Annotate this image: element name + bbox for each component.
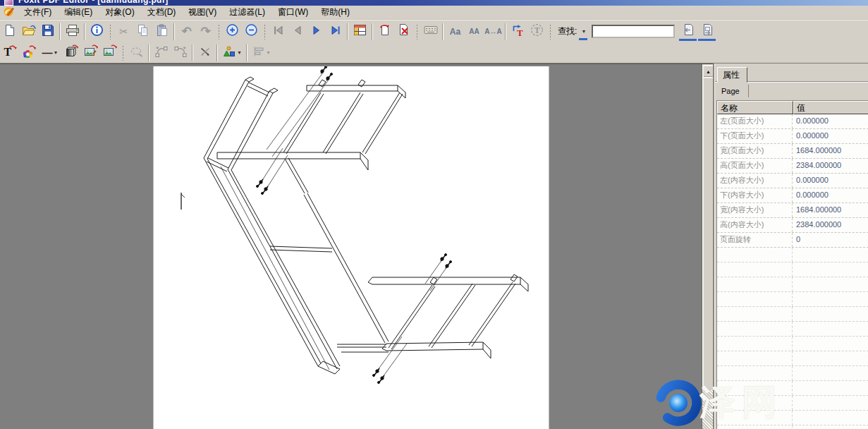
- menu-item[interactable]: 编辑(E): [58, 5, 99, 20]
- print-button[interactable]: [63, 23, 82, 41]
- window-title: Foxit PDF Editor - [danliudang.pdf]: [18, 0, 169, 5]
- cut-button[interactable]: ✂: [114, 23, 133, 41]
- find-next-button[interactable]: [697, 23, 716, 41]
- color-tool-button[interactable]: [19, 44, 38, 62]
- menu-item[interactable]: 帮助(H): [314, 5, 356, 20]
- empty-row: [717, 337, 868, 351]
- lasso-select-button[interactable]: [127, 44, 146, 62]
- rotate-page-icon: [378, 23, 392, 40]
- find-input[interactable]: [592, 25, 675, 38]
- copy-icon: [137, 24, 149, 40]
- printer-icon: [66, 24, 80, 40]
- rotate-selection-right-button[interactable]: [171, 44, 190, 62]
- rotate-selection-left-button[interactable]: [152, 44, 171, 62]
- zoom-out-button[interactable]: [242, 23, 261, 41]
- font-tracking-button[interactable]: A↔A: [484, 23, 503, 41]
- font-properties-button[interactable]: Aa: [446, 23, 465, 41]
- edit-image-tool-button[interactable]: [81, 44, 100, 62]
- menu-item[interactable]: 过滤器(L): [223, 5, 271, 20]
- toolbar-drag-handle[interactable]: [549, 24, 551, 40]
- flip-object-button[interactable]: [195, 44, 214, 62]
- toolbar-drag-handle[interactable]: [109, 24, 111, 40]
- form-window-icon: [353, 24, 367, 39]
- menu-item[interactable]: 文件(F): [18, 5, 58, 20]
- edit-text-tool-button[interactable]: T: [0, 44, 19, 62]
- scrollbar-up-button[interactable]: ▲: [702, 65, 714, 78]
- previous-page-button[interactable]: [288, 23, 307, 41]
- page-layout-button[interactable]: [350, 23, 369, 41]
- save-floppy-icon: [42, 24, 54, 40]
- rotate-page-button[interactable]: [375, 23, 394, 41]
- menu-item[interactable]: 文档(D): [141, 5, 183, 20]
- copy-button[interactable]: [133, 23, 152, 41]
- align-objects-button[interactable]: ▼: [250, 44, 274, 62]
- keyboard-icon: [424, 25, 438, 38]
- first-page-button[interactable]: [269, 23, 288, 41]
- document-canvas[interactable]: [0, 64, 702, 429]
- property-row[interactable]: 左(页面大小) 0.000000: [717, 114, 868, 129]
- scrollbar-track[interactable]: [702, 390, 714, 429]
- document-info-button[interactable]: [87, 23, 106, 41]
- menu-bar: 文件(F)编辑(E)对象(O)文档(D)视图(V)过滤器(L)窗口(W)帮助(H…: [0, 6, 868, 20]
- toolbar-drag-handle[interactable]: [264, 24, 266, 40]
- save-button[interactable]: [38, 23, 57, 41]
- toolbar-drag-handle[interactable]: [218, 24, 220, 40]
- insert-text-icon: T: [512, 24, 525, 40]
- property-row[interactable]: 下(内容大小) 0.000000: [717, 188, 868, 203]
- find-previous-icon: [681, 23, 695, 40]
- shading-tool-button[interactable]: [62, 44, 81, 62]
- separator: [347, 23, 348, 40]
- column-header-value[interactable]: 值: [793, 101, 868, 114]
- property-row[interactable]: 左(内容大小) 0.000000: [717, 174, 868, 188]
- property-name: 左(页面大小): [717, 114, 793, 128]
- delete-page-button[interactable]: [394, 23, 413, 41]
- menu-item[interactable]: 对象(O): [99, 5, 140, 20]
- property-row[interactable]: 页面旋转 0: [717, 233, 868, 248]
- scroll-up-arrow-icon: ▲: [706, 69, 711, 74]
- tab-page[interactable]: Page: [717, 85, 749, 97]
- property-row[interactable]: 宽(内容大小) 1684.000000: [717, 203, 868, 218]
- property-value: 1684.000000: [793, 144, 868, 158]
- property-row[interactable]: 高(页面大小) 2384.000000: [717, 159, 868, 174]
- open-button[interactable]: [19, 23, 38, 41]
- redo-button[interactable]: ↷: [196, 23, 215, 41]
- line-style-button[interactable]: — ▼: [38, 44, 62, 62]
- paste-button[interactable]: [152, 23, 171, 41]
- replace-image-tool-button[interactable]: [100, 44, 119, 62]
- property-value: 1684.000000: [793, 203, 868, 217]
- next-page-button[interactable]: [307, 23, 326, 41]
- find-options-dropdown[interactable]: ▼: [578, 23, 588, 40]
- text-frame-button[interactable]: T: [527, 23, 546, 41]
- svg-text:T: T: [517, 27, 523, 37]
- menu-item[interactable]: 视图(V): [182, 5, 223, 20]
- column-header-name[interactable]: 名称: [717, 101, 793, 114]
- menu-item[interactable]: 窗口(W): [271, 5, 314, 20]
- pdf-page[interactable]: [153, 66, 549, 429]
- toolbar-drag-handle[interactable]: [416, 24, 418, 40]
- property-row[interactable]: 高(内容大小) 2384.000000: [717, 218, 868, 233]
- toolbar-drag-handle[interactable]: [122, 45, 124, 61]
- empty-row: [717, 322, 868, 337]
- vertical-scrollbar[interactable]: ▲: [702, 64, 714, 429]
- empty-row: [717, 262, 868, 277]
- find-underline: [698, 39, 716, 41]
- scrollbar-thumb[interactable]: [702, 77, 714, 392]
- font-pair-kerning-button[interactable]: AA: [465, 23, 484, 41]
- undo-button[interactable]: ↶: [177, 23, 196, 41]
- property-name: 高(页面大小): [717, 159, 793, 173]
- keyboard-button[interactable]: [421, 23, 440, 41]
- insert-shape-button[interactable]: ▼: [220, 44, 244, 62]
- property-row[interactable]: 下(页面大小) 0.000000: [717, 129, 868, 144]
- first-page-icon: [272, 24, 285, 40]
- last-page-button[interactable]: [326, 23, 345, 41]
- property-row[interactable]: 宽(页面大小) 1684.000000: [717, 144, 868, 159]
- zoom-in-button[interactable]: [223, 23, 242, 41]
- find-label: 查找:: [558, 25, 577, 37]
- find-previous-button[interactable]: [678, 23, 697, 41]
- cut-scissors-icon: ✂: [119, 26, 128, 37]
- zoom-in-icon: [226, 23, 239, 40]
- insert-text-button[interactable]: T: [508, 23, 527, 41]
- separator: [84, 23, 85, 40]
- tab-properties[interactable]: 属性: [717, 67, 747, 83]
- new-button[interactable]: [0, 23, 19, 41]
